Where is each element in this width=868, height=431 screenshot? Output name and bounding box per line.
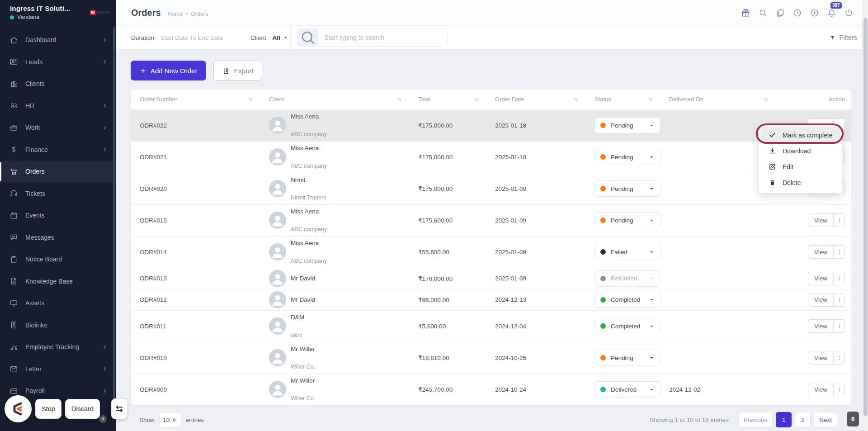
status-dropdown[interactable]: Pending [594, 180, 660, 197]
sidebar-item-leads[interactable]: Leads [0, 51, 116, 73]
avatar [269, 117, 286, 134]
sidebar-item-work[interactable]: Work [0, 117, 116, 139]
column-header-status[interactable]: Status [585, 90, 660, 109]
row-menu-button[interactable] [833, 213, 845, 227]
status-label: Refunded [611, 275, 637, 282]
sidebar-scrollbar[interactable] [113, 27, 115, 416]
sidebar-item-hr[interactable]: HR [0, 95, 116, 117]
status-label: Delivered [611, 386, 637, 393]
order-number-cell: ODR#022 [131, 109, 260, 141]
sidebar-item-events[interactable]: Events [0, 204, 116, 227]
status-dropdown[interactable]: Completed [594, 292, 660, 308]
discard-button[interactable]: Discard [65, 399, 100, 419]
breadcrumb-current: Orders [191, 11, 208, 17]
menu-item-edit[interactable]: Edit [759, 159, 842, 175]
status-label: Completed [611, 296, 640, 303]
view-button[interactable]: View [808, 319, 833, 333]
swap-button[interactable] [111, 398, 127, 419]
client-cell: Miss Aena ABC company [269, 207, 403, 233]
view-button[interactable]: View [808, 213, 833, 227]
power-icon[interactable] [840, 4, 857, 21]
menu-item-mark-as-complete[interactable]: Mark as complete [760, 127, 841, 143]
notes-icon[interactable] [771, 4, 788, 21]
sidebar-item-employee-tracking[interactable]: Employee Tracking [0, 336, 116, 358]
date-range-input[interactable] [160, 34, 242, 41]
page-button-1[interactable]: 1 [776, 412, 792, 427]
menu-item-delete[interactable]: Delete [759, 175, 842, 190]
sidebar-item-messages[interactable]: Messages [0, 227, 116, 249]
column-header-total[interactable]: Total [409, 90, 486, 109]
docfile-icon [9, 277, 18, 285]
status-dropdown[interactable]: Refunded [594, 270, 660, 287]
status-dropdown[interactable]: Pending [594, 350, 660, 366]
status-dropdown[interactable]: Completed [594, 318, 660, 334]
status-dropdown[interactable]: Pending [594, 212, 660, 228]
view-button[interactable]: View [808, 245, 833, 259]
status-dropdown[interactable]: Failed [594, 244, 660, 260]
page-size-select[interactable]: 10 [159, 412, 181, 427]
sidebar-item-biolinks[interactable]: Biolinks [0, 314, 116, 336]
add-new-order-button[interactable]: Add New Order [131, 61, 206, 81]
column-header-delivered-on[interactable]: Delivered On [660, 90, 775, 109]
order-number-cell: ODR#009 [131, 374, 260, 405]
view-button[interactable]: View [808, 293, 833, 307]
column-header-order-number[interactable]: Order Number [131, 90, 260, 109]
client-dropdown[interactable]: All [273, 34, 288, 41]
bell-icon[interactable]: 387 [823, 4, 840, 21]
total-cell: ₹175,000.00 [409, 173, 486, 204]
breadcrumb-separator: • [186, 11, 188, 17]
sidebar-item-assets[interactable]: Assets [0, 292, 116, 314]
sidebar-item-dashboard[interactable]: Dashboard [0, 29, 116, 51]
order-date-cell: 2025-01-18 [486, 141, 585, 173]
download-icon [769, 147, 776, 155]
breadcrumb-home[interactable]: Home [168, 11, 183, 17]
column-header-order-date[interactable]: Order Date [486, 90, 585, 109]
row-menu-button[interactable] [833, 272, 845, 285]
view-button[interactable]: View [808, 272, 833, 285]
sidebar-item-finance[interactable]: Finance [0, 139, 116, 161]
row-menu-button[interactable] [833, 245, 845, 259]
table-header-row: Order NumberClientTotalOrder DateStatusD… [131, 90, 851, 109]
plus-circle-icon[interactable] [806, 4, 823, 21]
row-menu-button[interactable] [833, 383, 845, 396]
status-dropdown[interactable]: Delivered [594, 381, 660, 398]
status-dropdown[interactable]: Pending [594, 117, 660, 133]
sidebar-item-letter[interactable]: Letter [0, 358, 116, 380]
status-dropdown[interactable]: Pending [594, 149, 660, 165]
sidebar-item-tickets[interactable]: Tickets [0, 183, 116, 205]
row-menu-button[interactable] [833, 319, 845, 333]
row-menu-button[interactable] [833, 351, 845, 365]
online-status-dot [10, 15, 14, 19]
extension-logo[interactable] [5, 395, 32, 422]
sidebar-item-orders[interactable]: Orders [0, 161, 116, 183]
row-menu-button[interactable] [833, 293, 845, 307]
client-cell: Miss Aena ABC company [269, 112, 403, 138]
export-button[interactable]: Export [213, 61, 262, 81]
filters-button[interactable]: Filters [829, 34, 857, 41]
gift-icon[interactable] [737, 4, 754, 21]
caret-down-icon [649, 323, 655, 329]
search-input[interactable] [318, 29, 447, 46]
contact-icon [9, 321, 18, 329]
stop-button[interactable]: Stop [35, 399, 61, 419]
help-badge[interactable]: ? [99, 415, 107, 423]
page-scrollbar[interactable] [862, 0, 868, 431]
view-button[interactable]: View [808, 383, 833, 396]
sidebar-item-notice-board[interactable]: Notice Board [0, 248, 116, 270]
action-cell: View [784, 245, 845, 259]
clock-icon[interactable] [788, 4, 806, 21]
sort-icon [473, 96, 480, 103]
view-button[interactable]: View [808, 351, 833, 365]
next-page-button[interactable]: Next [814, 412, 837, 427]
menu-item-download[interactable]: Download [759, 143, 842, 159]
scrollbar-thumb[interactable] [863, 18, 868, 416]
sidebar-item-clients[interactable]: Clients [0, 73, 116, 95]
caret-down-icon [649, 123, 655, 128]
search-icon[interactable] [754, 4, 771, 21]
page-button-2[interactable]: 2 [795, 412, 811, 427]
page-title: Orders [131, 8, 161, 18]
sidebar-item-knowledge-base[interactable]: Knowledge Base [0, 270, 116, 293]
caret-down-icon [649, 275, 655, 281]
column-header-client[interactable]: Client [260, 90, 409, 109]
previous-page-button[interactable]: Previous [738, 412, 773, 427]
